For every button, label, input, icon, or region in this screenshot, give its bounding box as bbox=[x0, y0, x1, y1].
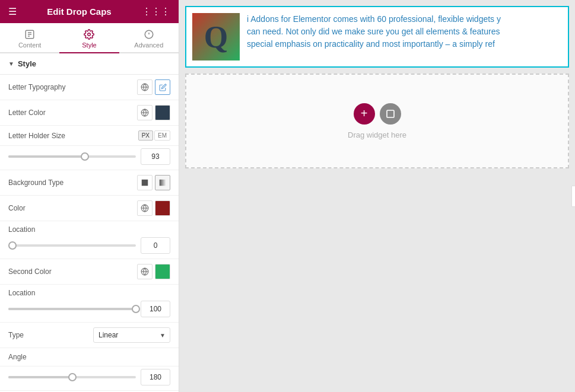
angle-slider-container[interactable] bbox=[8, 371, 136, 383]
unit-btn-em[interactable]: EM bbox=[154, 130, 170, 141]
sidebar: ☰ Edit Drop Caps ⋮⋮⋮ Content Style Advan… bbox=[0, 0, 179, 392]
second-location-track bbox=[8, 308, 136, 310]
second-color-actions bbox=[137, 264, 170, 279]
letter-typography-edit-btn[interactable] bbox=[155, 79, 170, 95]
drop-cap-text: i Addons for Elementor comes with 60 pro… bbox=[247, 13, 562, 50]
grid-icon[interactable]: ⋮⋮⋮ bbox=[142, 6, 170, 17]
svg-rect-13 bbox=[160, 180, 166, 186]
bg-type-solid-btn[interactable] bbox=[137, 175, 153, 190]
letter-color-swatch[interactable] bbox=[155, 105, 170, 120]
tab-content[interactable]: Content bbox=[0, 23, 59, 53]
section-style-label: Style bbox=[18, 59, 36, 68]
drop-cap-preview: Q i Addons for Elementor comes with 60 p… bbox=[185, 6, 569, 68]
sidebar-collapse-btn[interactable]: ‹ bbox=[571, 186, 575, 207]
location-slider-row: 0 bbox=[0, 235, 179, 259]
letter-holder-size-thumb[interactable] bbox=[81, 152, 89, 161]
color-actions bbox=[137, 200, 170, 216]
second-color-swatch-green[interactable] bbox=[155, 264, 170, 279]
background-type-row: Background Type bbox=[0, 170, 179, 196]
svg-rect-18 bbox=[387, 110, 394, 117]
bg-type-gradient-btn[interactable] bbox=[155, 175, 170, 190]
angle-slider-input: 180 bbox=[8, 369, 170, 385]
second-location-input[interactable]: 100 bbox=[141, 301, 170, 317]
type-label: Type bbox=[8, 331, 93, 339]
tab-content-label: Content bbox=[18, 42, 42, 49]
svg-rect-12 bbox=[142, 180, 148, 186]
background-type-label: Background Type bbox=[8, 179, 137, 187]
letter-color-label: Letter Color bbox=[8, 109, 137, 117]
second-location-slider-container[interactable] bbox=[8, 303, 136, 315]
type-select[interactable]: Linear Radial bbox=[93, 327, 170, 343]
tab-style[interactable]: Style bbox=[59, 23, 119, 53]
angle-label-row: Angle bbox=[0, 348, 179, 366]
second-location-fill bbox=[8, 308, 136, 310]
hamburger-icon[interactable]: ☰ bbox=[8, 6, 17, 17]
letter-typography-actions bbox=[137, 79, 170, 95]
letter-holder-size-input[interactable]: 93 bbox=[141, 148, 170, 165]
letter-holder-size-label-row: Letter Holder Size PX EM bbox=[0, 126, 179, 146]
main-content: ‹ Q i Addons for Elementor comes with 60… bbox=[179, 0, 575, 392]
letter-color-global-btn[interactable] bbox=[137, 105, 153, 120]
widget-zone-buttons: + bbox=[354, 103, 401, 125]
tab-advanced[interactable]: Advanced bbox=[119, 23, 179, 53]
svg-point-4 bbox=[88, 33, 91, 36]
color-global-btn[interactable] bbox=[137, 200, 153, 216]
letter-holder-size-slider-container[interactable] bbox=[8, 151, 136, 162]
location-thumb[interactable] bbox=[8, 241, 17, 250]
drop-cap-letter: Q bbox=[192, 13, 240, 60]
letter-holder-size-slider-row: 93 bbox=[0, 146, 179, 170]
angle-thumb[interactable] bbox=[68, 373, 77, 381]
letter-typography-global-btn[interactable] bbox=[137, 79, 153, 95]
second-color-control: Second Color bbox=[0, 259, 179, 285]
location-slider-container[interactable] bbox=[8, 240, 136, 251]
letter-holder-size-slider-input: 93 bbox=[8, 148, 170, 165]
letter-typography-label: Letter Typography bbox=[8, 83, 137, 91]
letter-holder-size-fill bbox=[8, 155, 85, 158]
widget-drop-zone[interactable]: + Drag widget here bbox=[185, 74, 569, 168]
letter-color-actions bbox=[137, 105, 170, 120]
type-select-wrapper: Linear Radial ▼ bbox=[93, 327, 170, 343]
letter-color-control: Letter Color bbox=[0, 100, 179, 126]
sidebar-header: ☰ Edit Drop Caps ⋮⋮⋮ bbox=[0, 0, 179, 23]
advanced-icon bbox=[144, 29, 154, 40]
color-label: Color bbox=[8, 204, 137, 212]
angle-fill bbox=[8, 376, 72, 378]
location-label: Location bbox=[8, 225, 35, 234]
second-location-slider-input: 100 bbox=[8, 301, 170, 317]
style-icon bbox=[84, 29, 94, 40]
content-icon bbox=[24, 29, 35, 40]
letter-holder-size-track bbox=[8, 155, 136, 158]
second-color-global-btn[interactable] bbox=[137, 264, 153, 279]
collapse-arrow-icon: ▼ bbox=[8, 60, 14, 67]
background-type-icons bbox=[137, 175, 170, 190]
color-swatch-red[interactable] bbox=[155, 200, 170, 216]
location-track bbox=[8, 244, 136, 247]
letter-holder-size-label: Letter Holder Size bbox=[8, 132, 138, 140]
second-location-slider-row: 100 bbox=[0, 298, 179, 323]
second-location-label-row: Location bbox=[0, 285, 179, 298]
sidebar-content: ▼ Style Letter Typography Letter Color bbox=[0, 53, 179, 392]
sidebar-tabs: Content Style Advanced bbox=[0, 23, 179, 53]
sidebar-title: Edit Drop Caps bbox=[47, 7, 111, 17]
letter-typography-control: Letter Typography bbox=[0, 75, 179, 100]
color-control: Color bbox=[0, 196, 179, 221]
unit-selector: PX EM bbox=[138, 130, 170, 141]
second-location-label: Location bbox=[8, 289, 35, 297]
location-label-row: Location bbox=[0, 221, 179, 235]
add-widget-btn[interactable]: + bbox=[354, 103, 375, 125]
tab-style-label: Style bbox=[82, 42, 96, 49]
angle-track bbox=[8, 376, 136, 378]
angle-slider-row: 180 bbox=[0, 366, 179, 391]
drag-widget-text: Drag widget here bbox=[348, 130, 406, 139]
location-slider-input: 0 bbox=[8, 237, 170, 254]
type-control: Type Linear Radial ▼ bbox=[0, 323, 179, 348]
add-section-btn[interactable] bbox=[380, 103, 401, 125]
location-input[interactable]: 0 bbox=[141, 237, 170, 254]
section-header-style[interactable]: ▼ Style bbox=[0, 53, 179, 75]
tab-advanced-label: Advanced bbox=[134, 42, 163, 49]
angle-input[interactable]: 180 bbox=[141, 369, 170, 385]
second-location-thumb[interactable] bbox=[132, 305, 140, 313]
unit-btn-px[interactable]: PX bbox=[138, 130, 153, 141]
angle-label: Angle bbox=[8, 353, 170, 361]
second-color-label: Second Color bbox=[8, 267, 137, 276]
